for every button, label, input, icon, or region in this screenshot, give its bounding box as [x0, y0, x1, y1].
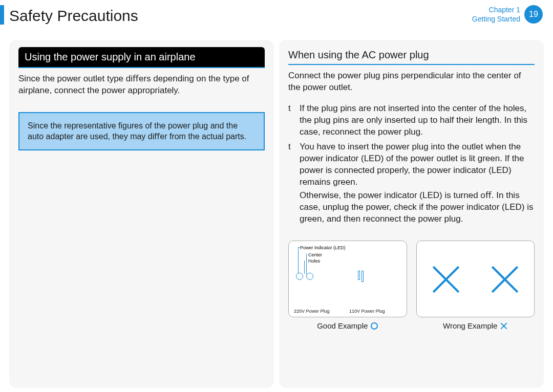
note-text: Since the representative ﬁgures of the p…: [28, 121, 246, 141]
outlet-hole-icon: [296, 273, 303, 280]
page-title: Safety Precautions: [9, 5, 138, 25]
bullet-text: If the plug pins are not inserted into t…: [300, 103, 535, 138]
bullet-subtext: Otherwise, the power indicator (LED) is …: [300, 190, 535, 225]
bullet-marker: t: [288, 103, 300, 138]
bullet-list: t If the plug pins are not inserted into…: [288, 103, 535, 225]
title-accent-bar: [0, 5, 4, 25]
bullet-item: t If the plug pins are not inserted into…: [288, 103, 535, 138]
page-header: Safety Precautions Chapter 1 Getting Sta…: [0, 0, 553, 30]
bullet-marker: t: [288, 141, 300, 226]
slot-icon: [358, 271, 360, 280]
good-example-figure: Power Indicator (LED) Center Holes: [288, 241, 407, 317]
section-heading-airplane: Using the power supply in an airplane: [18, 47, 265, 68]
leader-line: [298, 247, 300, 248]
wrong-example-caption: Wrong Example: [416, 321, 535, 330]
ac-plug-intro-text: Connect the power plug pins perpendicula…: [288, 70, 535, 94]
chapter-text: Chapter 1 Getting Started: [472, 5, 520, 24]
title-wrap: Safety Precautions: [0, 5, 138, 25]
page-number: 19: [529, 10, 538, 19]
plug-110-icon: [358, 271, 364, 282]
outlet-hole-icon: [306, 273, 313, 280]
label-220v: 220V Power Plug: [294, 309, 330, 314]
x-icon: [500, 322, 507, 330]
label-center: Center: [308, 252, 322, 257]
label-holes: Holes: [308, 258, 320, 264]
content-columns: Using the power supply in an airplane Si…: [0, 30, 553, 392]
airplane-intro-text: Since the power outlet type diﬀers depen…: [18, 73, 265, 97]
leader-line: [298, 247, 299, 275]
section-heading-ac-plug: When using the AC power plug: [288, 47, 535, 65]
chapter-line2: Getting Started: [472, 14, 520, 24]
circle-ok-icon: [371, 322, 378, 330]
note-box: Since the representative ﬁgures of the p…: [18, 112, 265, 150]
x-mark-icon: [490, 264, 520, 294]
good-example-caption: Good Example: [288, 321, 407, 330]
right-column: When using the AC power plug Connect the…: [279, 40, 544, 388]
label-power-indicator: Power Indicator (LED): [300, 245, 346, 250]
chapter-line1: Chapter 1: [472, 5, 520, 14]
chapter-indicator: Chapter 1 Getting Started 19: [472, 5, 543, 24]
good-caption-text: Good Example: [317, 321, 368, 330]
bullet-content-block: You have to insert the power plug into t…: [300, 141, 535, 226]
leader-line: [306, 254, 307, 274]
plug-slots-icon: [358, 271, 364, 282]
good-example-wrap: Power Indicator (LED) Center Holes: [288, 241, 407, 330]
x-mark-icon: [431, 264, 461, 294]
wrong-caption-text: Wrong Example: [443, 321, 497, 330]
bullet-item: t You have to insert the power plug into…: [288, 141, 535, 226]
wrong-example-figure: [416, 241, 535, 317]
good-fig-content: Power Indicator (LED) Center Holes: [289, 241, 407, 317]
page-number-badge: 19: [524, 5, 543, 24]
left-column: Using the power supply in an airplane Si…: [9, 40, 274, 388]
bullet-text: You have to insert the power plug into t…: [300, 141, 535, 188]
wrong-fig-content: [417, 241, 535, 317]
wrong-example-wrap: Wrong Example: [416, 241, 535, 330]
leader-line: [304, 260, 305, 274]
figures-row: Power Indicator (LED) Center Holes: [288, 241, 535, 330]
slot-icon: [361, 271, 364, 282]
label-110v: 110V Power Plug: [349, 309, 385, 314]
